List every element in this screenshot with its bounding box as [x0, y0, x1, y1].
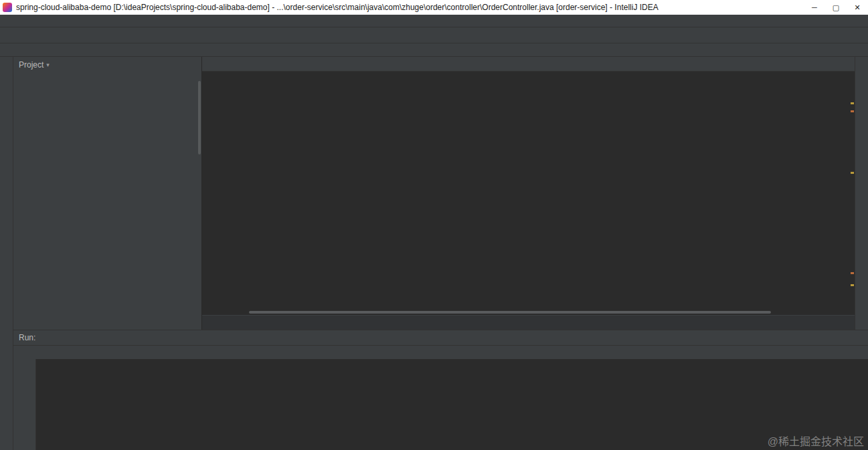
- watermark: @稀土掘金技术社区: [768, 433, 864, 449]
- close-button[interactable]: ✕: [847, 0, 868, 15]
- chevron-down-icon[interactable]: ▾: [46, 62, 50, 68]
- main-toolbar: [0, 27, 868, 43]
- breadcrumb: [0, 43, 868, 57]
- console-toolbar: [13, 359, 36, 450]
- intellij-logo-icon: [3, 3, 12, 12]
- left-tool-stripe: [0, 57, 13, 450]
- error-stripe-mark[interactable]: [851, 284, 854, 286]
- window-controls: ─▢✕: [804, 0, 868, 15]
- window-title: spring-cloud-alibaba-demo [D:\ideaProjec…: [16, 3, 804, 12]
- error-stripe: [851, 72, 854, 310]
- error-stripe-mark[interactable]: [851, 110, 854, 112]
- title-bar: spring-cloud-alibaba-demo [D:\ideaProjec…: [0, 0, 868, 15]
- maximize-button[interactable]: ▢: [825, 0, 847, 15]
- error-stripe-mark[interactable]: [851, 102, 854, 104]
- right-tool-stripe: [855, 57, 868, 330]
- run-label: Run:: [13, 333, 41, 342]
- editor-breadcrumb: [202, 315, 855, 330]
- project-panel-title[interactable]: Project: [19, 60, 44, 70]
- editor-tab-bar: [202, 57, 855, 72]
- project-tree: [13, 73, 201, 330]
- error-stripe-mark[interactable]: [851, 272, 854, 274]
- horizontal-scrollbar-track: [202, 310, 855, 315]
- project-panel-header: Project ▾: [13, 57, 201, 73]
- project-tree-scrollbar[interactable]: [198, 81, 201, 154]
- run-panel: Run:: [13, 330, 868, 450]
- code-editor[interactable]: [202, 72, 855, 310]
- error-stripe-mark[interactable]: [851, 172, 854, 174]
- minimize-button[interactable]: ─: [804, 0, 825, 15]
- console-output: [36, 359, 868, 450]
- menu-bar: [0, 15, 868, 27]
- project-panel: Project ▾: [13, 57, 202, 330]
- run-panel-body: [13, 359, 868, 450]
- run-view-tabs: [13, 345, 868, 359]
- horizontal-scrollbar[interactable]: [249, 311, 771, 314]
- editor-area: [202, 57, 855, 330]
- run-panel-header: Run:: [13, 330, 868, 345]
